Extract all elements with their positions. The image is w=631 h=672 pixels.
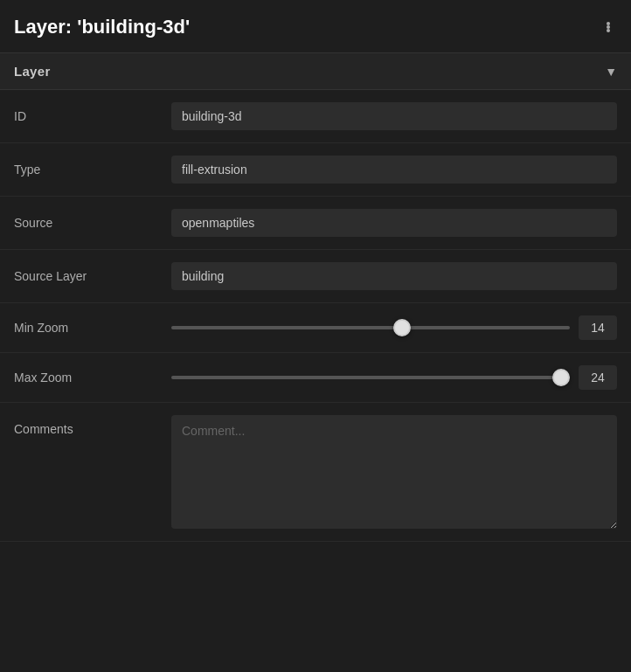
section-title: Layer xyxy=(14,64,51,79)
min-zoom-slider-container: 14 xyxy=(171,315,617,340)
source-input[interactable] xyxy=(171,209,617,237)
id-row: ID xyxy=(0,90,631,143)
max-zoom-label: Max Zoom xyxy=(14,371,171,384)
layer-section-header[interactable]: Layer ▼ xyxy=(0,53,631,90)
max-zoom-row: Max Zoom 24 xyxy=(0,353,631,403)
properties-container: ID Type Source Source Layer Min Zoom 14 … xyxy=(0,90,631,559)
layer-header: Layer: 'building-3d' xyxy=(0,0,631,53)
type-input[interactable] xyxy=(171,156,617,184)
type-label: Type xyxy=(14,163,171,177)
comments-label: Comments xyxy=(14,415,171,436)
max-zoom-slider-container: 24 xyxy=(171,365,617,390)
id-input[interactable] xyxy=(171,102,617,130)
source-layer-label: Source Layer xyxy=(14,269,171,283)
layer-title: Layer: 'building-3d' xyxy=(14,16,190,38)
id-label: ID xyxy=(14,109,171,123)
source-layer-row: Source Layer xyxy=(0,250,631,303)
min-zoom-row: Min Zoom 14 xyxy=(0,303,631,353)
min-zoom-slider[interactable] xyxy=(171,326,570,329)
chevron-down-icon: ▼ xyxy=(605,65,617,79)
max-zoom-slider[interactable] xyxy=(171,376,570,379)
more-options-button[interactable] xyxy=(600,18,617,36)
max-zoom-value: 24 xyxy=(579,365,617,390)
source-label: Source xyxy=(14,216,171,230)
comments-textarea[interactable] xyxy=(171,415,617,529)
three-dots-icon xyxy=(607,22,610,32)
source-layer-input[interactable] xyxy=(171,262,617,290)
source-row: Source xyxy=(0,197,631,250)
comments-row: Comments xyxy=(0,403,631,542)
min-zoom-value: 14 xyxy=(579,315,617,340)
type-row: Type xyxy=(0,143,631,197)
min-zoom-label: Min Zoom xyxy=(14,321,171,335)
